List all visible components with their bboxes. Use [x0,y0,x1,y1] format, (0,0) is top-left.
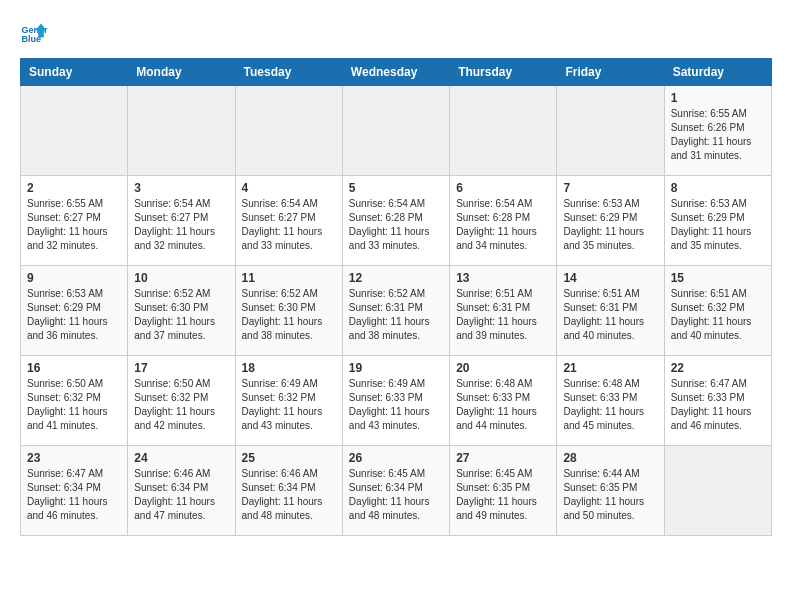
column-header-friday: Friday [557,59,664,86]
day-number: 14 [563,271,657,285]
calendar-table: SundayMondayTuesdayWednesdayThursdayFrid… [20,58,772,536]
day-info: Sunrise: 6:52 AM Sunset: 6:30 PM Dayligh… [134,287,228,343]
calendar-cell: 19Sunrise: 6:49 AM Sunset: 6:33 PM Dayli… [342,356,449,446]
day-info: Sunrise: 6:54 AM Sunset: 6:28 PM Dayligh… [349,197,443,253]
calendar-cell [128,86,235,176]
day-number: 28 [563,451,657,465]
calendar-week-row: 1Sunrise: 6:55 AM Sunset: 6:26 PM Daylig… [21,86,772,176]
calendar-cell: 4Sunrise: 6:54 AM Sunset: 6:27 PM Daylig… [235,176,342,266]
column-header-wednesday: Wednesday [342,59,449,86]
calendar-cell: 20Sunrise: 6:48 AM Sunset: 6:33 PM Dayli… [450,356,557,446]
calendar-cell: 24Sunrise: 6:46 AM Sunset: 6:34 PM Dayli… [128,446,235,536]
calendar-cell: 27Sunrise: 6:45 AM Sunset: 6:35 PM Dayli… [450,446,557,536]
calendar-cell: 13Sunrise: 6:51 AM Sunset: 6:31 PM Dayli… [450,266,557,356]
day-number: 26 [349,451,443,465]
day-info: Sunrise: 6:44 AM Sunset: 6:35 PM Dayligh… [563,467,657,523]
day-info: Sunrise: 6:49 AM Sunset: 6:33 PM Dayligh… [349,377,443,433]
day-number: 20 [456,361,550,375]
day-number: 24 [134,451,228,465]
calendar-cell: 15Sunrise: 6:51 AM Sunset: 6:32 PM Dayli… [664,266,771,356]
calendar-cell [342,86,449,176]
column-header-thursday: Thursday [450,59,557,86]
column-header-saturday: Saturday [664,59,771,86]
calendar-cell: 22Sunrise: 6:47 AM Sunset: 6:33 PM Dayli… [664,356,771,446]
calendar-cell: 17Sunrise: 6:50 AM Sunset: 6:32 PM Dayli… [128,356,235,446]
calendar-cell: 16Sunrise: 6:50 AM Sunset: 6:32 PM Dayli… [21,356,128,446]
day-info: Sunrise: 6:55 AM Sunset: 6:26 PM Dayligh… [671,107,765,163]
day-info: Sunrise: 6:46 AM Sunset: 6:34 PM Dayligh… [242,467,336,523]
calendar-cell: 1Sunrise: 6:55 AM Sunset: 6:26 PM Daylig… [664,86,771,176]
calendar-cell [235,86,342,176]
day-info: Sunrise: 6:54 AM Sunset: 6:27 PM Dayligh… [242,197,336,253]
page-header: General Blue [20,20,772,48]
day-number: 4 [242,181,336,195]
calendar-cell: 21Sunrise: 6:48 AM Sunset: 6:33 PM Dayli… [557,356,664,446]
day-number: 18 [242,361,336,375]
calendar-cell: 6Sunrise: 6:54 AM Sunset: 6:28 PM Daylig… [450,176,557,266]
day-number: 12 [349,271,443,285]
calendar-cell: 12Sunrise: 6:52 AM Sunset: 6:31 PM Dayli… [342,266,449,356]
calendar-cell: 3Sunrise: 6:54 AM Sunset: 6:27 PM Daylig… [128,176,235,266]
day-number: 2 [27,181,121,195]
day-info: Sunrise: 6:47 AM Sunset: 6:34 PM Dayligh… [27,467,121,523]
calendar-cell: 2Sunrise: 6:55 AM Sunset: 6:27 PM Daylig… [21,176,128,266]
logo-icon: General Blue [20,20,48,48]
day-number: 23 [27,451,121,465]
svg-text:Blue: Blue [21,34,41,44]
calendar-week-row: 9Sunrise: 6:53 AM Sunset: 6:29 PM Daylig… [21,266,772,356]
day-number: 15 [671,271,765,285]
day-number: 27 [456,451,550,465]
day-info: Sunrise: 6:52 AM Sunset: 6:30 PM Dayligh… [242,287,336,343]
day-number: 13 [456,271,550,285]
day-info: Sunrise: 6:50 AM Sunset: 6:32 PM Dayligh… [27,377,121,433]
day-number: 1 [671,91,765,105]
day-number: 5 [349,181,443,195]
day-info: Sunrise: 6:48 AM Sunset: 6:33 PM Dayligh… [456,377,550,433]
day-info: Sunrise: 6:53 AM Sunset: 6:29 PM Dayligh… [563,197,657,253]
calendar-cell: 28Sunrise: 6:44 AM Sunset: 6:35 PM Dayli… [557,446,664,536]
calendar-cell [664,446,771,536]
calendar-cell: 8Sunrise: 6:53 AM Sunset: 6:29 PM Daylig… [664,176,771,266]
calendar-cell: 10Sunrise: 6:52 AM Sunset: 6:30 PM Dayli… [128,266,235,356]
day-number: 6 [456,181,550,195]
calendar-header-row: SundayMondayTuesdayWednesdayThursdayFrid… [21,59,772,86]
calendar-cell: 9Sunrise: 6:53 AM Sunset: 6:29 PM Daylig… [21,266,128,356]
day-info: Sunrise: 6:51 AM Sunset: 6:32 PM Dayligh… [671,287,765,343]
calendar-cell: 18Sunrise: 6:49 AM Sunset: 6:32 PM Dayli… [235,356,342,446]
calendar-cell: 14Sunrise: 6:51 AM Sunset: 6:31 PM Dayli… [557,266,664,356]
day-info: Sunrise: 6:53 AM Sunset: 6:29 PM Dayligh… [671,197,765,253]
day-number: 3 [134,181,228,195]
calendar-week-row: 23Sunrise: 6:47 AM Sunset: 6:34 PM Dayli… [21,446,772,536]
calendar-cell: 23Sunrise: 6:47 AM Sunset: 6:34 PM Dayli… [21,446,128,536]
day-number: 7 [563,181,657,195]
calendar-week-row: 2Sunrise: 6:55 AM Sunset: 6:27 PM Daylig… [21,176,772,266]
day-info: Sunrise: 6:45 AM Sunset: 6:35 PM Dayligh… [456,467,550,523]
calendar-week-row: 16Sunrise: 6:50 AM Sunset: 6:32 PM Dayli… [21,356,772,446]
day-info: Sunrise: 6:48 AM Sunset: 6:33 PM Dayligh… [563,377,657,433]
logo: General Blue [20,20,50,48]
day-info: Sunrise: 6:51 AM Sunset: 6:31 PM Dayligh… [456,287,550,343]
day-info: Sunrise: 6:53 AM Sunset: 6:29 PM Dayligh… [27,287,121,343]
column-header-tuesday: Tuesday [235,59,342,86]
day-info: Sunrise: 6:47 AM Sunset: 6:33 PM Dayligh… [671,377,765,433]
day-number: 25 [242,451,336,465]
day-number: 10 [134,271,228,285]
calendar-cell [450,86,557,176]
calendar-cell: 26Sunrise: 6:45 AM Sunset: 6:34 PM Dayli… [342,446,449,536]
calendar-cell [21,86,128,176]
day-info: Sunrise: 6:50 AM Sunset: 6:32 PM Dayligh… [134,377,228,433]
calendar-cell [557,86,664,176]
day-number: 22 [671,361,765,375]
day-info: Sunrise: 6:51 AM Sunset: 6:31 PM Dayligh… [563,287,657,343]
day-number: 8 [671,181,765,195]
day-number: 17 [134,361,228,375]
day-number: 21 [563,361,657,375]
calendar-cell: 25Sunrise: 6:46 AM Sunset: 6:34 PM Dayli… [235,446,342,536]
day-info: Sunrise: 6:49 AM Sunset: 6:32 PM Dayligh… [242,377,336,433]
day-number: 9 [27,271,121,285]
day-info: Sunrise: 6:54 AM Sunset: 6:27 PM Dayligh… [134,197,228,253]
day-number: 16 [27,361,121,375]
day-info: Sunrise: 6:55 AM Sunset: 6:27 PM Dayligh… [27,197,121,253]
day-number: 19 [349,361,443,375]
day-info: Sunrise: 6:54 AM Sunset: 6:28 PM Dayligh… [456,197,550,253]
